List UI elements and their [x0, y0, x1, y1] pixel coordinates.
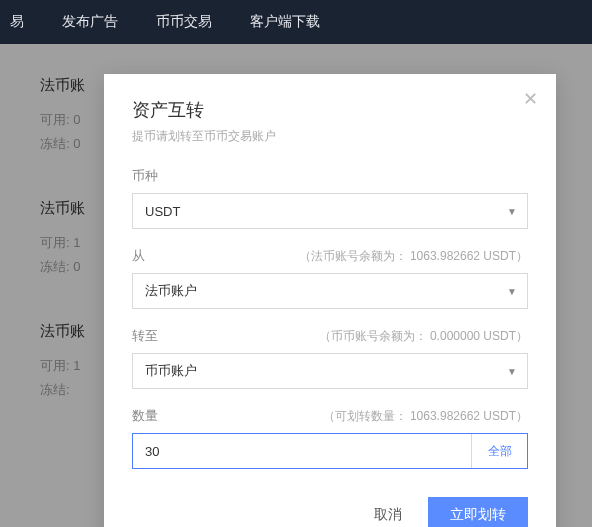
- nav-item-trade[interactable]: 易: [10, 13, 24, 31]
- from-row: 从 （法币账号余额为： 1063.982662 USDT） 法币账户 ▼: [132, 247, 528, 309]
- caret-down-icon: ▼: [507, 206, 517, 217]
- nav-item-publish[interactable]: 发布广告: [62, 13, 118, 31]
- cancel-button[interactable]: 取消: [374, 506, 402, 524]
- amount-hint: （可划转数量： 1063.982662 USDT）: [323, 408, 528, 425]
- from-hint: （法币账号余额为： 1063.982662 USDT）: [299, 248, 528, 265]
- to-hint: （币币账号余额为： 0.000000 USDT）: [319, 328, 528, 345]
- close-icon[interactable]: ✕: [523, 90, 538, 108]
- amount-row: 数量 （可划转数量： 1063.982662 USDT） 全部: [132, 407, 528, 469]
- caret-down-icon: ▼: [507, 366, 517, 377]
- modal-title: 资产互转: [132, 98, 528, 122]
- amount-input[interactable]: [133, 434, 471, 468]
- modal-subtitle: 提币请划转至币币交易账户: [132, 128, 528, 145]
- from-value: 法币账户: [145, 282, 197, 300]
- caret-down-icon: ▼: [507, 286, 517, 297]
- to-row: 转至 （币币账号余额为： 0.000000 USDT） 币币账户 ▼: [132, 327, 528, 389]
- to-label: 转至: [132, 327, 158, 345]
- nav-item-spot[interactable]: 币币交易: [156, 13, 212, 31]
- amount-input-wrap: 全部: [132, 433, 528, 469]
- to-select[interactable]: 币币账户 ▼: [132, 353, 528, 389]
- amount-all-button[interactable]: 全部: [471, 434, 527, 468]
- from-select[interactable]: 法币账户 ▼: [132, 273, 528, 309]
- amount-label: 数量: [132, 407, 158, 425]
- coin-select[interactable]: USDT ▼: [132, 193, 528, 229]
- transfer-modal: ✕ 资产互转 提币请划转至币币交易账户 币种 USDT ▼ 从 （法币账号余额为…: [104, 74, 556, 527]
- nav-item-download[interactable]: 客户端下载: [250, 13, 320, 31]
- coin-label: 币种: [132, 167, 158, 185]
- modal-footer: 取消 立即划转: [132, 497, 528, 527]
- submit-button[interactable]: 立即划转: [428, 497, 528, 527]
- to-value: 币币账户: [145, 362, 197, 380]
- from-label: 从: [132, 247, 145, 265]
- top-nav: 易 发布广告 币币交易 客户端下载: [0, 0, 592, 44]
- coin-value: USDT: [145, 204, 180, 219]
- coin-row: 币种 USDT ▼: [132, 167, 528, 229]
